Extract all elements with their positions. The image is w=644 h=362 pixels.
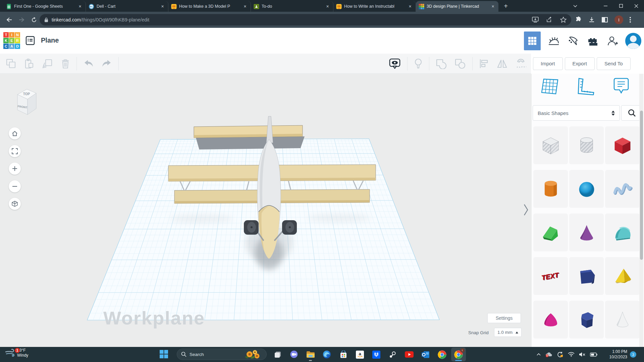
taskbar-app-chat[interactable] [287, 348, 302, 361]
start-button[interactable] [159, 350, 168, 359]
reload-button[interactable] [28, 14, 40, 25]
lego-bricks-icon[interactable] [586, 35, 599, 47]
delete-icon[interactable] [61, 58, 70, 69]
volume-muted-icon[interactable] [579, 352, 586, 357]
mirror-icon[interactable] [496, 59, 508, 69]
taskbar-app-amazon[interactable]: a [353, 348, 367, 361]
shape-tile-text[interactable]: TEXTTEXT [533, 257, 568, 295]
lightbulb-icon[interactable] [414, 58, 423, 69]
copy-icon[interactable] [6, 58, 16, 69]
view-cube[interactable]: TOP FRONT [13, 84, 40, 117]
fit-view-button[interactable] [9, 145, 21, 157]
shape-tile-pyramid[interactable] [605, 257, 640, 295]
taskbar-app-steam[interactable] [385, 348, 400, 361]
browser-tab-3[interactable]: How to Make a 3D Model P× [168, 1, 251, 12]
simlab-hand-icon[interactable] [547, 35, 560, 47]
weather-widget[interactable]: 1 83°FWindy [5, 348, 28, 358]
add-person-icon[interactable] [606, 35, 619, 47]
taskbar-clock[interactable]: 1:00 PM10/2/2023 [600, 349, 627, 360]
shape-tile-scribble[interactable] [605, 170, 640, 208]
design-title[interactable]: Plane [41, 37, 59, 44]
browser-tab-1[interactable]: First One - Google Sheets× [3, 1, 86, 12]
browser-tab-2[interactable]: DELLDell - Cart× [86, 1, 168, 12]
close-button[interactable] [629, 0, 644, 12]
perspective-toggle-button[interactable] [9, 198, 21, 210]
side-panel-icon[interactable] [601, 17, 608, 23]
export-button[interactable]: Export [565, 57, 595, 70]
paste-icon[interactable] [24, 58, 35, 69]
undo-icon[interactable] [83, 59, 94, 68]
taskbar-app-explorer[interactable] [303, 348, 318, 361]
tab-close-icon[interactable]: × [325, 4, 330, 9]
taskbar-app-chrome-active[interactable]: I [451, 348, 466, 361]
shape-category-dropdown[interactable]: Basic Shapes [533, 105, 620, 121]
minimize-button[interactable] [598, 0, 613, 12]
sync-update-icon[interactable] [557, 352, 564, 358]
snap-grid-dropdown[interactable]: 1.0 mm [494, 328, 522, 337]
forward-button[interactable] [16, 14, 28, 25]
notification-badge[interactable]: 3 [630, 351, 636, 358]
shape-tile-sphere[interactable] [569, 170, 604, 208]
address-bar[interactable]: tinkercad.com/things/0OqW90fhKB9-plane/e… [40, 14, 571, 25]
browser-profile-avatar[interactable]: I [614, 15, 623, 24]
ruler-tool-icon[interactable] [576, 78, 595, 95]
shape-tile-cone-white[interactable] [605, 301, 640, 339]
ungroup-icon[interactable] [454, 58, 466, 69]
workplane-tool-icon[interactable] [540, 78, 559, 95]
shape-tile-polygon[interactable] [569, 257, 604, 295]
panel-collapse-chevron-icon[interactable] [523, 203, 529, 217]
settings-button[interactable]: Settings [487, 313, 521, 323]
scrollbar-thumb[interactable] [640, 111, 643, 260]
tab-close-icon[interactable]: × [242, 4, 248, 9]
new-tab-button[interactable]: + [501, 2, 511, 11]
taskbar-search[interactable]: Search [177, 349, 267, 360]
shape-tile-cylinder-striped[interactable] [569, 126, 604, 164]
tab-close-icon[interactable]: × [77, 4, 83, 9]
share-icon[interactable] [546, 17, 553, 23]
tab-search-chevron-icon[interactable] [570, 0, 580, 12]
extensions-puzzle-icon[interactable] [575, 16, 582, 23]
taskbar-app-dropbox[interactable] [369, 348, 384, 361]
tray-chevron-icon[interactable] [537, 353, 541, 356]
tinkercad-profile-avatar[interactable] [625, 33, 641, 49]
wifi-icon[interactable] [568, 352, 575, 357]
browser-tab-6[interactable]: 3D design Plane | Tinkercad× [416, 1, 498, 12]
menu-dots-icon[interactable] [630, 17, 631, 23]
tab-close-icon[interactable]: × [407, 4, 413, 9]
shape-tile-cone[interactable] [569, 214, 604, 251]
downloads-icon[interactable] [588, 16, 595, 23]
zoom-in-button[interactable] [9, 163, 21, 175]
align-icon[interactable] [479, 59, 489, 69]
shape-tile-roof[interactable] [533, 214, 568, 251]
3d-canvas[interactable]: Workplane [0, 74, 532, 347]
notes-tool-icon[interactable] [612, 78, 630, 95]
onedrive-error-icon[interactable] [545, 352, 552, 357]
browser-tab-4[interactable]: To-do× [251, 1, 333, 12]
maximize-button[interactable] [613, 0, 629, 12]
show-all-icon[interactable] [389, 58, 401, 70]
taskbar-app-edge[interactable] [320, 348, 334, 361]
dashboard-grid-icon[interactable] [524, 32, 541, 50]
tinkercad-logo[interactable]: TINKERCAD [3, 32, 20, 50]
taskbar-app-outlook[interactable] [418, 348, 433, 361]
redo-icon[interactable] [101, 59, 112, 68]
home-view-button[interactable] [9, 127, 21, 139]
tab-close-icon[interactable]: × [490, 4, 496, 9]
browser-tab-5[interactable]: How to Write an Instructabl× [333, 1, 416, 12]
search-highlight-flowers-image[interactable] [245, 349, 262, 359]
shape-tile-hex-prism[interactable] [569, 301, 604, 339]
taskbar-app-store[interactable] [336, 348, 351, 361]
taskbar-app-chrome[interactable] [435, 348, 449, 361]
shape-tile-cylinder[interactable] [533, 170, 568, 208]
magnet-ruler-icon[interactable] [515, 58, 527, 69]
import-button[interactable]: Import [533, 57, 563, 70]
taskbar-app-youtube[interactable] [402, 348, 417, 361]
shape-tile-round-roof[interactable] [605, 214, 640, 251]
tab-close-icon[interactable]: × [160, 4, 165, 9]
design-menu-icon[interactable] [25, 36, 35, 45]
shape-tile-box[interactable] [605, 126, 640, 164]
bookmark-star-icon[interactable] [560, 17, 567, 23]
shape-tile-box-striped[interactable] [533, 126, 568, 164]
battery-icon[interactable] [590, 353, 597, 357]
taskbar-app-taskview[interactable] [270, 348, 285, 361]
